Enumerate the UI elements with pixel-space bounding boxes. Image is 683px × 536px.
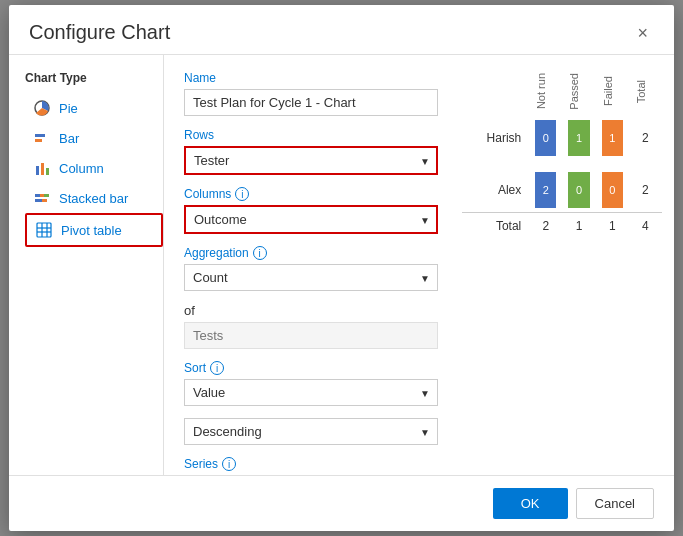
- svg-rect-7: [40, 194, 44, 197]
- ok-button[interactable]: OK: [493, 488, 568, 519]
- aggregation-select-wrapper: Count ▼: [184, 264, 438, 291]
- chart-type-label: Chart Type: [25, 71, 163, 85]
- svg-rect-5: [46, 168, 49, 175]
- cancel-button[interactable]: Cancel: [576, 488, 654, 519]
- total-failed: 1: [596, 212, 629, 237]
- total-passed: 1: [562, 212, 595, 237]
- columns-info-icon[interactable]: i: [235, 187, 249, 201]
- columns-select[interactable]: Outcome: [184, 205, 438, 234]
- pivot-table: Not run Passed Failed Total: [462, 67, 662, 237]
- configure-chart-dialog: Configure Chart × Chart Type Pie: [9, 5, 674, 531]
- name-label: Name: [184, 71, 438, 85]
- columns-select-wrapper: Outcome ▼: [184, 205, 438, 234]
- spacer-row: [462, 160, 662, 168]
- grand-total: 4: [629, 212, 662, 237]
- aggregation-label: Aggregation i: [184, 246, 438, 260]
- chart-preview-area: Not run Passed Failed Total: [454, 55, 674, 475]
- svg-rect-8: [44, 194, 49, 197]
- svg-rect-4: [41, 163, 44, 175]
- pie-icon: [33, 99, 51, 117]
- rows-label: Rows: [184, 128, 438, 142]
- columns-label: Columns i: [184, 187, 438, 201]
- sort-info-icon[interactable]: i: [210, 361, 224, 375]
- alex-failed-cell: 0: [596, 168, 629, 213]
- svg-rect-2: [35, 139, 42, 142]
- alex-total-cell: 2: [629, 168, 662, 213]
- row-label-harish: Harish: [462, 116, 529, 160]
- harish-total-cell: 2: [629, 116, 662, 160]
- rows-select-wrapper: Tester ▼: [184, 146, 438, 175]
- dialog-body: Chart Type Pie B: [9, 55, 674, 475]
- row-label-alex: Alex: [462, 168, 529, 213]
- harish-not-run-cell: 0: [529, 116, 562, 160]
- sidebar-item-column-label: Column: [59, 161, 104, 176]
- sidebar-item-pie[interactable]: Pie: [25, 93, 163, 123]
- total-not-run: 2: [529, 212, 562, 237]
- close-button[interactable]: ×: [631, 22, 654, 44]
- table-row: Harish 0 1 1 2: [462, 116, 662, 160]
- harish-passed-cell: 1: [562, 116, 595, 160]
- rows-select[interactable]: Tester: [184, 146, 438, 175]
- sidebar-item-stacked-bar-label: Stacked bar: [59, 191, 128, 206]
- bar-icon: [33, 129, 51, 147]
- name-input[interactable]: [184, 89, 438, 116]
- stacked-bar-icon: [33, 189, 51, 207]
- table-row: Alex 2 0 0 2: [462, 168, 662, 213]
- dialog-footer: OK Cancel: [9, 475, 674, 531]
- col-header-passed: Passed: [562, 67, 595, 116]
- sidebar-item-pivot-table[interactable]: Pivot table: [25, 213, 163, 247]
- dialog-title: Configure Chart: [29, 21, 170, 44]
- of-input: [184, 322, 438, 349]
- sidebar-item-bar[interactable]: Bar: [25, 123, 163, 153]
- sidebar-item-pivot-table-label: Pivot table: [61, 223, 122, 238]
- sort-label: Sort i: [184, 361, 438, 375]
- alex-passed-cell: 0: [562, 168, 595, 213]
- sort-dir-select-wrapper: Descending ▼: [184, 418, 438, 445]
- svg-rect-1: [35, 134, 45, 137]
- svg-rect-11: [37, 223, 51, 237]
- alex-not-run-cell: 2: [529, 168, 562, 213]
- sort-select-wrapper: Value ▼: [184, 379, 438, 406]
- col-header-total: Total: [629, 67, 662, 116]
- aggregation-select[interactable]: Count: [184, 264, 438, 291]
- form-area: Name Rows Tester ▼ Columns i Outcome ▼: [164, 55, 454, 475]
- sort-dir-select[interactable]: Descending: [184, 418, 438, 445]
- dialog-header: Configure Chart ×: [9, 5, 674, 55]
- series-info-icon[interactable]: i: [222, 457, 236, 471]
- column-icon: [33, 159, 51, 177]
- total-label: Total: [462, 212, 529, 237]
- chart-type-sidebar: Chart Type Pie B: [9, 55, 164, 475]
- col-header-failed: Failed: [596, 67, 629, 116]
- pivot-table-icon: [35, 221, 53, 239]
- sidebar-item-stacked-bar[interactable]: Stacked bar: [25, 183, 163, 213]
- harish-failed-cell: 1: [596, 116, 629, 160]
- of-label: of: [184, 303, 438, 318]
- svg-rect-9: [35, 199, 42, 202]
- aggregation-info-icon[interactable]: i: [253, 246, 267, 260]
- col-header-not-run: Not run: [529, 67, 562, 116]
- svg-rect-6: [35, 194, 40, 197]
- svg-rect-10: [42, 199, 47, 202]
- series-label: Series i: [184, 457, 438, 471]
- total-row: Total 2 1 1 4: [462, 212, 662, 237]
- sidebar-item-bar-label: Bar: [59, 131, 79, 146]
- row-header-empty: [462, 67, 529, 116]
- sidebar-item-column[interactable]: Column: [25, 153, 163, 183]
- sidebar-item-pie-label: Pie: [59, 101, 78, 116]
- svg-rect-3: [36, 166, 39, 175]
- sort-select[interactable]: Value: [184, 379, 438, 406]
